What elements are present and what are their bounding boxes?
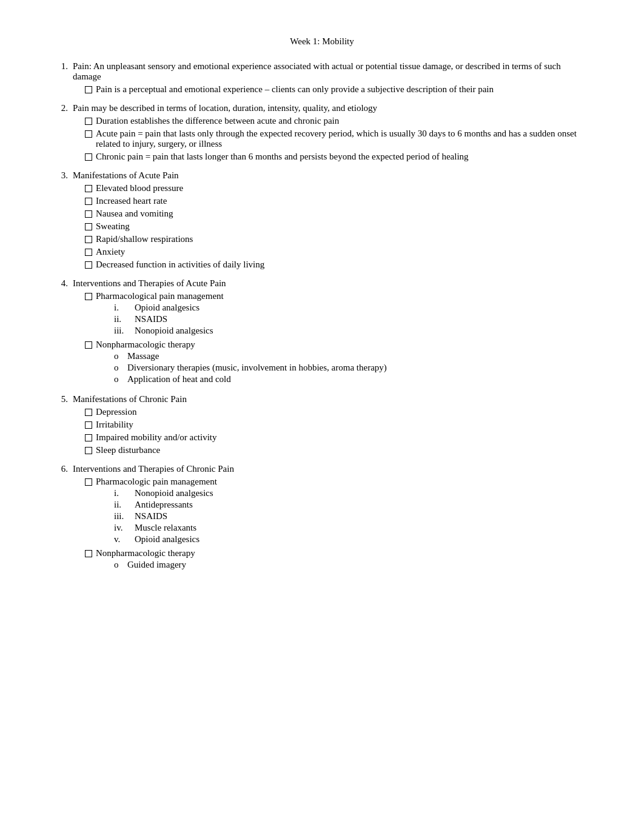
sub2-label: iii. (114, 511, 131, 521)
sub-list-item: Decreased function in activities of dail… (73, 260, 589, 270)
sub2-text: Nonopioid analgesics (135, 488, 213, 498)
sub-item-content: Impaired mobility and/or activity (96, 432, 589, 443)
sub-list-item: Sleep disturbance (73, 445, 589, 455)
sub2-label: iv. (114, 523, 131, 533)
sub-item-text: Elevated blood pressure (96, 183, 183, 193)
sub-list-2: i.Opioid analgesicsii.NSAIDSiii.Nonopioi… (96, 303, 589, 336)
sub-item-text: Pharmacological pain management (96, 291, 224, 301)
sub-item-content: Anxiety (96, 247, 589, 257)
sub-list-item: Chronic pain = pain that lasts longer th… (73, 152, 589, 162)
sub-list-2-item: i.Opioid analgesics (96, 303, 589, 313)
item-content: Interventions and Therapies of Chronic P… (73, 464, 589, 574)
sub-item-content: Pharmacologic pain managementi.Nonopioid… (96, 477, 589, 546)
bullet-icon (85, 409, 92, 416)
bullet-icon (85, 447, 92, 454)
sub-list-item: Impaired mobility and/or activity (73, 432, 589, 443)
item-text: Interventions and Therapies of Chronic P… (73, 464, 234, 474)
bullet-icon (85, 478, 92, 486)
sub-list-2-item: iv.Muscle relaxants (96, 523, 589, 533)
sub-list-item: Nonpharmacologic therapyoMassageoDiversi… (73, 340, 589, 386)
sub-item-text: Anxiety (96, 247, 125, 257)
sub-item-text: Irritability (96, 420, 133, 429)
sub-list-2-item: i.Nonopioid analgesics (96, 488, 589, 498)
sub-item-text: Sleep disturbance (96, 445, 160, 455)
bullet-icon (85, 261, 92, 269)
sub2-text: Massage (127, 351, 159, 361)
sub-list-1: Elevated blood pressureIncreased heart r… (73, 183, 589, 270)
sub-list-item: Elevated blood pressure (73, 183, 589, 193)
sub-list-1: DepressionIrritabilityImpaired mobility … (73, 407, 589, 455)
sub-list-item: Duration establishes the difference betw… (73, 116, 589, 126)
sub-item-text: Pharmacologic pain management (96, 477, 217, 486)
sub-list-item: Acute pain = pain that lasts only throug… (73, 129, 589, 149)
sub-list-2-item: ii.Antidepressants (96, 500, 589, 510)
item-content: Manifestations of Acute PainElevated blo… (73, 170, 589, 272)
sub2-text: Application of heat and cold (127, 374, 231, 384)
sub-item-content: Increased heart rate (96, 196, 589, 206)
sub-list-1: Pain is a perceptual and emotional exper… (73, 84, 589, 95)
sub2-text: Antidepressants (135, 500, 193, 510)
sub-list-2-item: oGuided imagery (96, 560, 589, 570)
sub-list-2-item: oMassage (96, 351, 589, 361)
sub-item-text: Sweating (96, 221, 130, 231)
sub2-label: i. (114, 488, 131, 498)
bullet-icon (85, 341, 92, 349)
sub2-label: ii. (114, 314, 131, 324)
bullet-icon (85, 293, 92, 300)
sub-list-item: Rapid/shallow respirations (73, 234, 589, 244)
sub-item-text: Chronic pain = pain that lasts longer th… (96, 152, 469, 161)
sub-list-item: Depression (73, 407, 589, 417)
bullet-icon (85, 434, 92, 441)
bullet-icon (85, 223, 92, 230)
sub-item-text: Increased heart rate (96, 196, 167, 206)
sub-item-text: Pain is a perceptual and emotional exper… (96, 84, 494, 94)
sub-item-text: Duration establishes the difference betw… (96, 116, 339, 126)
bullet-icon (85, 185, 92, 192)
sub-item-content: Pain is a perceptual and emotional exper… (96, 84, 589, 95)
sub2-label: iii. (114, 326, 131, 336)
sub-item-text: Impaired mobility and/or activity (96, 432, 217, 442)
list-item: 2.Pain may be described in terms of loca… (55, 103, 589, 164)
sub-list-item: Pharmacologic pain managementi.Nonopioid… (73, 477, 589, 546)
sub-list-2-item: oDiversionary therapies (music, involvem… (96, 363, 589, 373)
bullet-icon (85, 198, 92, 205)
sub-list-2-item: oApplication of heat and cold (96, 374, 589, 384)
sub-item-content: Irritability (96, 420, 589, 430)
sub-list-1: Pharmacologic pain managementi.Nonopioid… (73, 477, 589, 571)
sub-item-text: Acute pain = pain that lasts only throug… (96, 129, 577, 149)
sub2-text: NSAIDS (135, 511, 167, 521)
bullet-icon (85, 421, 92, 429)
sub2-label: o (114, 363, 124, 373)
item-number: 3. (55, 170, 68, 272)
sub-item-content: Acute pain = pain that lasts only throug… (96, 129, 589, 149)
list-item: 4.Interventions and Therapies of Acute P… (55, 278, 589, 388)
item-text: Interventions and Therapies of Acute Pai… (73, 278, 226, 288)
sub-list-item: Pain is a perceptual and emotional exper… (73, 84, 589, 95)
sub2-label: o (114, 374, 124, 384)
item-text: Manifestations of Acute Pain (73, 170, 179, 180)
item-content: Pain may be described in terms of locati… (73, 103, 589, 164)
sub-item-text: Nausea and vomiting (96, 209, 173, 218)
sub-list-item: Sweating (73, 221, 589, 232)
sub-list-2: i.Nonopioid analgesicsii.Antidepressants… (96, 488, 589, 545)
sub-item-content: Chronic pain = pain that lasts longer th… (96, 152, 589, 162)
bullet-icon (85, 249, 92, 256)
bullet-icon (85, 236, 92, 243)
sub-item-content: Rapid/shallow respirations (96, 234, 589, 244)
item-text: Pain may be described in terms of locati… (73, 103, 377, 113)
sub-list-2-item: iii.Nonopioid analgesics (96, 326, 589, 336)
sub2-text: Opioid analgesics (135, 534, 200, 545)
sub-list-item: Increased heart rate (73, 196, 589, 206)
sub-list-2: oMassageoDiversionary therapies (music, … (96, 351, 589, 384)
sub2-label: o (114, 560, 124, 570)
sub2-text: NSAIDS (135, 314, 167, 324)
bullet-icon (85, 118, 92, 125)
sub2-label: v. (114, 534, 131, 545)
sub-list-2-item: v.Opioid analgesics (96, 534, 589, 545)
sub2-text: Guided imagery (127, 560, 186, 570)
sub2-text: Diversionary therapies (music, involveme… (127, 363, 387, 373)
sub-item-content: Elevated blood pressure (96, 183, 589, 193)
sub2-label: i. (114, 303, 131, 313)
sub-item-content: Sweating (96, 221, 589, 232)
sub-item-content: Nausea and vomiting (96, 209, 589, 219)
